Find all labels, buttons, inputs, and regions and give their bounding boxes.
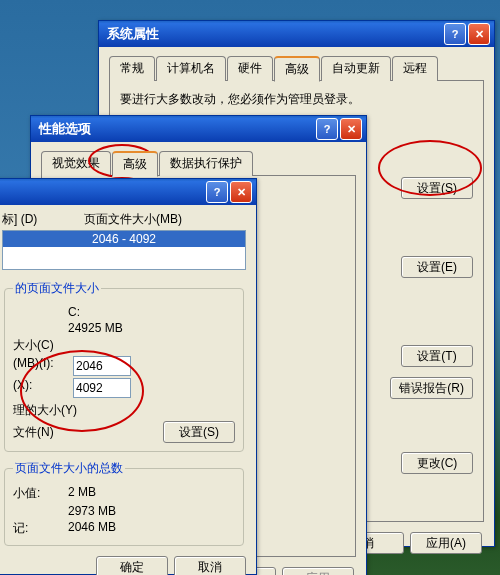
- drive-column-header: 标] (D): [2, 211, 84, 228]
- rec-value: 2973 MB: [68, 504, 116, 518]
- min-value: 2 MB: [68, 485, 96, 502]
- selected-drive-group: 的页面文件大小 C: 24925 MB 大小(C) (MB)(I): (X): …: [4, 280, 244, 452]
- settings-t-button[interactable]: 设置(T): [401, 345, 473, 367]
- tab-general[interactable]: 常规: [109, 56, 155, 81]
- perfopts-tabs: 视觉效果 高级 数据执行保护: [41, 150, 356, 176]
- error-report-button[interactable]: 错误报告(R): [390, 377, 473, 399]
- help-button[interactable]: ?: [316, 118, 338, 140]
- vm-cancel-button[interactable]: 取消: [174, 556, 246, 575]
- vm-titlebar: ? ✕: [0, 179, 256, 205]
- close-button[interactable]: ✕: [468, 23, 490, 45]
- totals-group: 页面文件大小的总数 小值:2 MB 2973 MB 记:2046 MB: [4, 460, 244, 546]
- min-label: 小值:: [13, 485, 68, 502]
- settings-s-button[interactable]: 设置(S): [401, 177, 473, 199]
- vm-ok-button[interactable]: 确定: [96, 556, 168, 575]
- sysprops-titlebar: 系统属性 ? ✕: [99, 21, 494, 47]
- tab-perf-advanced[interactable]: 高级: [112, 151, 158, 177]
- help-button[interactable]: ?: [444, 23, 466, 45]
- tab-hardware[interactable]: 硬件: [227, 56, 273, 81]
- cur-value: 2046 MB: [68, 520, 116, 537]
- change-c-button[interactable]: 更改(C): [401, 452, 473, 474]
- selected-drive-legend: 的页面文件大小: [13, 280, 101, 297]
- close-button[interactable]: ✕: [340, 118, 362, 140]
- perfopts-titlebar: 性能选项 ? ✕: [31, 116, 366, 142]
- drive-list[interactable]: 2046 - 4092: [2, 230, 246, 270]
- max-size-input[interactable]: [73, 378, 131, 398]
- initial-size-input[interactable]: [73, 356, 131, 376]
- tab-autoupdate[interactable]: 自动更新: [321, 56, 391, 81]
- max-size-label: (X):: [13, 378, 73, 398]
- settings-e-button[interactable]: 设置(E): [401, 256, 473, 278]
- help-button[interactable]: ?: [206, 181, 228, 203]
- sysprops-tabs: 常规 计算机名 硬件 高级 自动更新 远程: [109, 55, 484, 81]
- cur-label: 记:: [13, 520, 68, 537]
- perfopts-apply-button: 应用: [282, 567, 354, 575]
- tab-computername[interactable]: 计算机名: [156, 56, 226, 81]
- virtual-memory-window: ? ✕ 标] (D) 页面文件大小(MB) 2046 - 4092 的页面文件大…: [0, 178, 257, 575]
- drive-letter: C:: [68, 305, 80, 319]
- vm-body: 标] (D) 页面文件大小(MB) 2046 - 4092 的页面文件大小 C:…: [0, 205, 256, 575]
- initial-size-label: (MB)(I):: [13, 356, 73, 376]
- totals-legend: 页面文件大小的总数: [13, 460, 125, 477]
- size-column-header: 页面文件大小(MB): [84, 211, 182, 228]
- tab-dep[interactable]: 数据执行保护: [159, 151, 253, 176]
- sysprops-title: 系统属性: [107, 25, 442, 43]
- drive-list-row[interactable]: 2046 - 4092: [3, 231, 245, 247]
- vm-button-row: 确定 取消: [2, 556, 246, 575]
- sysprops-apply-button[interactable]: 应用(A): [410, 532, 482, 554]
- admin-notice: 要进行大多数改动，您必须作为管理员登录。: [120, 91, 473, 108]
- custom-size-radio-label[interactable]: 大小(C): [13, 337, 68, 354]
- set-button[interactable]: 设置(S): [163, 421, 235, 443]
- drive-space: 24925 MB: [68, 321, 123, 335]
- system-managed-radio-label[interactable]: 理的大小(Y): [13, 402, 77, 419]
- perfopts-title: 性能选项: [39, 120, 314, 138]
- close-button[interactable]: ✕: [230, 181, 252, 203]
- tab-remote[interactable]: 远程: [392, 56, 438, 81]
- tab-advanced[interactable]: 高级: [274, 56, 320, 82]
- tab-visual-effects[interactable]: 视觉效果: [41, 151, 111, 176]
- no-paging-radio-label[interactable]: 文件(N): [13, 424, 54, 441]
